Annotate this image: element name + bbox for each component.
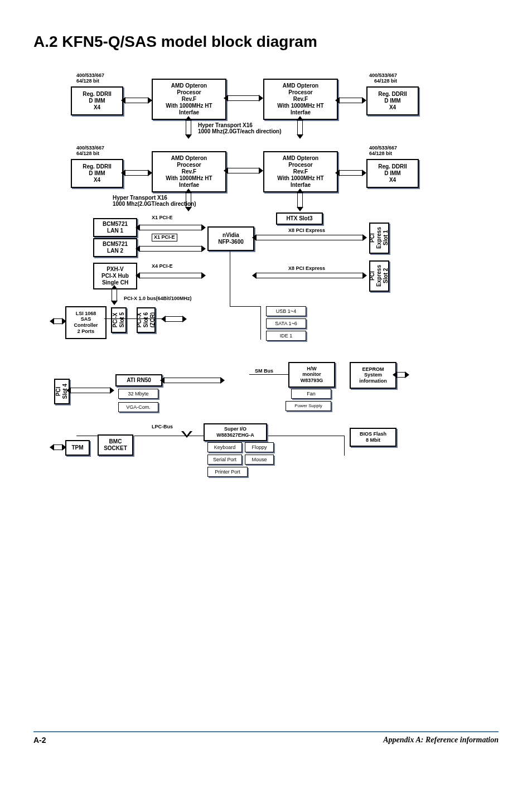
eeprom-arrow <box>397 372 405 378</box>
pcix-bus-line <box>104 318 166 319</box>
footer-page-number: A-2 <box>33 736 46 745</box>
superio-box: Super I/OW883627EHG-A <box>204 423 267 441</box>
pci-slot4-link <box>71 388 110 393</box>
link-cpu-dimm-mr <box>340 170 362 176</box>
hw-monitor-box: H/WmonitorW83793G <box>288 362 335 388</box>
tpm-arrow <box>54 445 62 450</box>
bios-vline <box>344 436 345 456</box>
smbus-line <box>249 374 288 375</box>
bios-box: BIOS Flash8 Mbit <box>350 428 396 447</box>
mem-speed-label-mr: 400/533/66764/128 bit <box>369 146 397 157</box>
usb-box: USB 1~4 <box>266 306 306 316</box>
link-dimm-cpu-ml <box>125 170 148 176</box>
pcix-bus-label: PCI-X 1.0 bus(64Bit/100MHz) <box>124 296 192 302</box>
cpu-box-4: AMD OpteronProcesorRev.FWith 1000MHz HTI… <box>263 151 338 192</box>
link-cpu-dimm-tr <box>340 98 362 103</box>
ddr-box-mr: Reg. DDRIID IMMX4 <box>366 159 419 188</box>
mem-speed-label-tl: 400/533/66764/128 bit <box>76 73 104 84</box>
lsi-out-arrow <box>54 318 62 324</box>
pcie-slot1-box: PCIExpressSlot 1 <box>369 223 389 254</box>
mem32-box: 32 Mbyte <box>118 389 158 399</box>
pcix-slot5-box: PCI-XSlot 5 <box>111 307 127 333</box>
x4-pcie-label: X4 PCI-E <box>152 264 173 269</box>
mouse-box: Mouse <box>245 455 274 465</box>
lan1-box: BCM5721LAN 1 <box>93 218 137 237</box>
mem-speed-label-ml: 400/533/66764/128 bit <box>76 146 104 157</box>
htx-slot-box: HTX Slot3 <box>276 212 323 225</box>
page-title: A.2 KFN5-Q/SAS model block diagram <box>33 33 499 51</box>
nvidia-box: nVidiaNFP-3600 <box>207 226 254 251</box>
keyboard-box: Keyboard <box>207 442 242 452</box>
lan2-box: BCM5721LAN 2 <box>93 238 137 257</box>
link-cpu3-cpu4 <box>228 168 259 173</box>
link-lan2-x1 <box>140 246 201 252</box>
x1-pcie-label-2: X1 PCI-E <box>152 234 177 241</box>
footer-appendix-title: Appendix A: Reference information <box>383 736 499 745</box>
pcix-slot6-box: PCI-XSlot 6(ZCR) <box>137 307 156 333</box>
ide-box: IDE 1 <box>266 331 306 341</box>
printer-box: Printer Port <box>207 467 248 477</box>
link-x8-1 <box>257 235 362 240</box>
bmc-box: BMCSOCKET <box>98 434 133 456</box>
ht-label-1: Hyper Transport X161000 Mhz(2.0GT/each d… <box>198 122 282 134</box>
x1-pcie-label-1: X1 PCI-E <box>152 215 173 221</box>
fan-box: Fan <box>291 389 331 399</box>
link-pxhv-nvidia <box>140 273 201 278</box>
usb-sata-ide-vline <box>260 306 261 340</box>
link-dimm-cpu-tl <box>125 98 148 103</box>
cpu-box-1: AMD OpteronProcesorRev.FWith 1000MHz HTI… <box>152 79 226 120</box>
lpc-arrow-down <box>181 431 192 438</box>
link-x8-2 <box>257 273 362 278</box>
eeprom-box: EEPROMSysteminformation <box>350 362 396 389</box>
x8-label-2: X8 PCI Express <box>288 266 325 272</box>
ddr-box-tr: Reg. DDRIID IMMX4 <box>366 86 419 115</box>
page-footer: A-2 Appendix A: Reference information <box>33 731 499 745</box>
lpc-label: LPC-Bus <box>152 424 173 430</box>
psu-box: Power Supply <box>286 401 331 411</box>
pcix-slot5-text: PCI-XSlot 5 <box>112 312 125 327</box>
pcie-slot2-text: PCIExpressSlot 2 <box>369 265 389 287</box>
link-lan1-x1 <box>140 225 201 230</box>
vga-box: VGA-Com. <box>118 402 158 412</box>
cpu-box-3: AMD OpteronProcesorRev.FWith 1000MHz HTI… <box>152 151 226 192</box>
floppy-box: Floppy <box>245 442 274 452</box>
ddr-box-tl: Reg. DDRIID IMMX4 <box>71 86 123 115</box>
nvidia-vline <box>230 250 230 306</box>
sata-box: SATA 1~6 <box>266 318 306 328</box>
tpm-box: TPM <box>65 440 90 456</box>
smbus-label: SM Bus <box>255 369 273 374</box>
pcix-slot6-text: PCI-XSlot 6(ZCR) <box>136 312 156 327</box>
ht-arrow-2b <box>297 193 303 207</box>
block-diagram: 400/533/66764/128 bit Reg. DDRIID IMMX4 … <box>54 73 478 664</box>
lsi-box: LSI 1068SASController2 Ports <box>65 306 107 339</box>
ddr-box-ml: Reg. DDRIID IMMX4 <box>71 159 123 188</box>
pcie-slot1-text: PCIExpressSlot 1 <box>369 227 389 249</box>
pcix-bus-arrow <box>112 289 117 301</box>
ht-label-2: Hyper Transport X161000 Mhz(2.0GT/each d… <box>113 195 196 207</box>
pcie-slot2-box: PCIExpressSlot 2 <box>369 260 389 292</box>
ati-link <box>165 378 220 383</box>
x8-label-1: X8 PCI Express <box>288 228 325 234</box>
link-cpu1-cpu2 <box>228 95 259 101</box>
ati-box: ATI RN50 <box>115 374 162 386</box>
ht-arrow-1a <box>186 120 191 134</box>
nvidia-to-periph-line <box>230 306 260 307</box>
cpu-box-2: AMD OpteronProcesorRev.FWith 1000MHz HTI… <box>263 79 338 120</box>
ht-arrow-1b <box>297 120 303 134</box>
mem-speed-label-tr: 400/533/66764/128 bit <box>369 73 397 84</box>
serial-box: Serial Port <box>207 455 242 465</box>
pcix-bus-end-arrow <box>166 316 182 322</box>
